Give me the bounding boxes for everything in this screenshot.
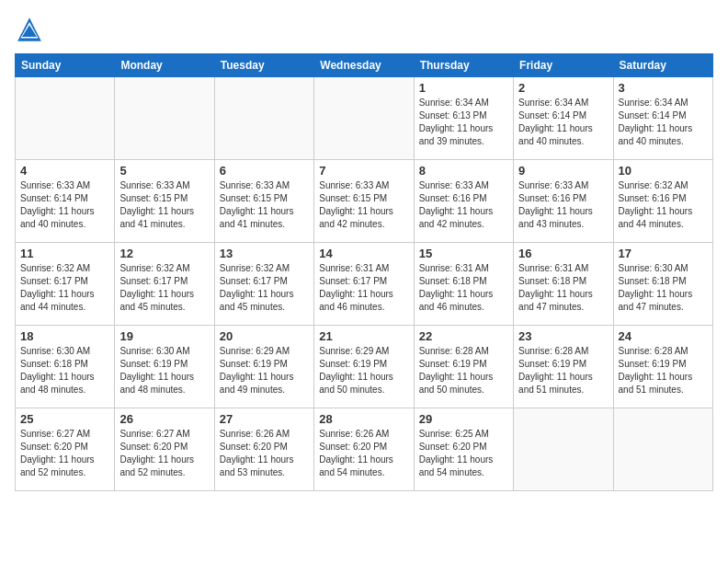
day-info: Sunrise: 6:33 AM Sunset: 6:14 PM Dayligh… (20, 179, 109, 231)
day-info: Sunrise: 6:27 AM Sunset: 6:20 PM Dayligh… (20, 428, 109, 479)
calendar-week-4: 18Sunrise: 6:30 AM Sunset: 6:18 PM Dayli… (16, 326, 713, 408)
day-number: 9 (518, 164, 608, 178)
day-info: Sunrise: 6:27 AM Sunset: 6:20 PM Dayligh… (119, 428, 209, 479)
calendar-cell: 26Sunrise: 6:27 AM Sunset: 6:20 PM Dayli… (115, 408, 214, 491)
day-info: Sunrise: 6:29 AM Sunset: 6:19 PM Dayligh… (319, 345, 408, 396)
day-info: Sunrise: 6:28 AM Sunset: 6:19 PM Dayligh… (619, 345, 708, 396)
calendar-cell (115, 77, 214, 160)
day-info: Sunrise: 6:33 AM Sunset: 6:15 PM Dayligh… (119, 179, 209, 231)
calendar-cell: 3Sunrise: 6:34 AM Sunset: 6:14 PM Daylig… (613, 77, 712, 160)
weekday-header-sunday: Sunday (16, 54, 115, 77)
calendar-week-1: 1Sunrise: 6:34 AM Sunset: 6:13 PM Daylig… (16, 77, 713, 160)
weekday-header-monday: Monday (115, 54, 214, 77)
calendar-week-5: 25Sunrise: 6:27 AM Sunset: 6:20 PM Dayli… (16, 408, 713, 491)
calendar-cell: 24Sunrise: 6:28 AM Sunset: 6:19 PM Dayli… (613, 326, 712, 408)
day-info: Sunrise: 6:34 AM Sunset: 6:13 PM Dayligh… (419, 97, 508, 148)
day-info: Sunrise: 6:34 AM Sunset: 6:14 PM Dayligh… (619, 97, 708, 148)
weekday-header-tuesday: Tuesday (214, 54, 313, 77)
day-info: Sunrise: 6:33 AM Sunset: 6:15 PM Dayligh… (220, 179, 309, 231)
calendar-cell: 1Sunrise: 6:34 AM Sunset: 6:13 PM Daylig… (414, 77, 513, 160)
calendar-cell: 22Sunrise: 6:28 AM Sunset: 6:19 PM Dayli… (414, 326, 513, 408)
day-number: 25 (20, 412, 109, 426)
calendar-cell: 20Sunrise: 6:29 AM Sunset: 6:19 PM Dayli… (214, 326, 313, 408)
calendar-cell: 12Sunrise: 6:32 AM Sunset: 6:17 PM Dayli… (115, 243, 214, 326)
calendar-cell: 25Sunrise: 6:27 AM Sunset: 6:20 PM Dayli… (16, 408, 115, 491)
weekday-header-thursday: Thursday (414, 54, 513, 77)
calendar-cell (16, 77, 115, 160)
day-number: 4 (20, 164, 109, 178)
calendar-week-2: 4Sunrise: 6:33 AM Sunset: 6:14 PM Daylig… (16, 160, 713, 243)
calendar-cell (514, 408, 613, 491)
day-number: 29 (419, 412, 508, 426)
day-number: 6 (220, 164, 309, 178)
day-info: Sunrise: 6:30 AM Sunset: 6:19 PM Dayligh… (119, 345, 209, 396)
calendar-cell: 18Sunrise: 6:30 AM Sunset: 6:18 PM Dayli… (16, 326, 115, 408)
day-number: 22 (419, 329, 508, 343)
day-info: Sunrise: 6:30 AM Sunset: 6:18 PM Dayligh… (20, 345, 109, 396)
calendar-cell: 21Sunrise: 6:29 AM Sunset: 6:19 PM Dayli… (314, 326, 414, 408)
day-number: 19 (119, 329, 209, 343)
day-info: Sunrise: 6:32 AM Sunset: 6:17 PM Dayligh… (220, 262, 309, 314)
day-number: 2 (518, 81, 608, 95)
day-number: 24 (619, 329, 708, 343)
calendar-cell: 23Sunrise: 6:28 AM Sunset: 6:19 PM Dayli… (514, 326, 613, 408)
day-number: 11 (20, 247, 109, 260)
calendar-cell: 9Sunrise: 6:33 AM Sunset: 6:16 PM Daylig… (514, 160, 613, 243)
day-info: Sunrise: 6:33 AM Sunset: 6:16 PM Dayligh… (419, 179, 508, 231)
calendar-cell: 17Sunrise: 6:30 AM Sunset: 6:18 PM Dayli… (613, 243, 712, 326)
calendar-cell: 6Sunrise: 6:33 AM Sunset: 6:15 PM Daylig… (214, 160, 313, 243)
calendar-cell (613, 408, 712, 491)
calendar-header: SundayMondayTuesdayWednesdayThursdayFrid… (16, 54, 713, 77)
calendar-table: SundayMondayTuesdayWednesdayThursdayFrid… (15, 53, 713, 491)
day-number: 28 (319, 412, 408, 426)
calendar-cell: 2Sunrise: 6:34 AM Sunset: 6:14 PM Daylig… (514, 77, 613, 160)
day-info: Sunrise: 6:31 AM Sunset: 6:18 PM Dayligh… (518, 262, 608, 314)
day-info: Sunrise: 6:26 AM Sunset: 6:20 PM Dayligh… (319, 428, 408, 479)
calendar-cell: 5Sunrise: 6:33 AM Sunset: 6:15 PM Daylig… (115, 160, 214, 243)
day-info: Sunrise: 6:32 AM Sunset: 6:17 PM Dayligh… (20, 262, 109, 314)
day-info: Sunrise: 6:25 AM Sunset: 6:20 PM Dayligh… (419, 428, 508, 479)
calendar-cell: 15Sunrise: 6:31 AM Sunset: 6:18 PM Dayli… (414, 243, 513, 326)
day-info: Sunrise: 6:26 AM Sunset: 6:20 PM Dayligh… (220, 428, 309, 479)
calendar-cell: 10Sunrise: 6:32 AM Sunset: 6:16 PM Dayli… (613, 160, 712, 243)
day-info: Sunrise: 6:28 AM Sunset: 6:19 PM Dayligh… (518, 345, 608, 396)
day-number: 8 (419, 164, 508, 178)
day-number: 7 (319, 164, 408, 178)
weekday-header-row: SundayMondayTuesdayWednesdayThursdayFrid… (16, 54, 713, 77)
day-number: 23 (518, 329, 608, 343)
day-info: Sunrise: 6:32 AM Sunset: 6:17 PM Dayligh… (119, 262, 209, 314)
day-info: Sunrise: 6:29 AM Sunset: 6:19 PM Dayligh… (220, 345, 309, 396)
calendar-cell: 29Sunrise: 6:25 AM Sunset: 6:20 PM Dayli… (414, 408, 513, 491)
day-info: Sunrise: 6:30 AM Sunset: 6:18 PM Dayligh… (619, 262, 708, 314)
calendar-cell: 27Sunrise: 6:26 AM Sunset: 6:20 PM Dayli… (214, 408, 313, 491)
day-number: 12 (119, 247, 209, 260)
calendar-cell: 28Sunrise: 6:26 AM Sunset: 6:20 PM Dayli… (314, 408, 414, 491)
day-info: Sunrise: 6:34 AM Sunset: 6:14 PM Dayligh… (518, 97, 608, 148)
day-number: 18 (20, 329, 109, 343)
calendar-cell: 4Sunrise: 6:33 AM Sunset: 6:14 PM Daylig… (16, 160, 115, 243)
weekday-header-saturday: Saturday (613, 54, 712, 77)
weekday-header-wednesday: Wednesday (314, 54, 414, 77)
day-number: 10 (619, 164, 708, 178)
day-info: Sunrise: 6:31 AM Sunset: 6:18 PM Dayligh… (419, 262, 508, 314)
day-number: 1 (419, 81, 508, 95)
day-number: 3 (619, 81, 708, 95)
day-number: 16 (518, 247, 608, 260)
weekday-header-friday: Friday (514, 54, 613, 77)
page-header (15, 15, 713, 44)
calendar-cell: 7Sunrise: 6:33 AM Sunset: 6:15 PM Daylig… (314, 160, 414, 243)
day-number: 14 (319, 247, 408, 260)
day-number: 26 (119, 412, 209, 426)
day-number: 21 (319, 329, 408, 343)
day-info: Sunrise: 6:31 AM Sunset: 6:17 PM Dayligh… (319, 262, 408, 314)
day-info: Sunrise: 6:33 AM Sunset: 6:15 PM Dayligh… (319, 179, 408, 231)
day-number: 20 (220, 329, 309, 343)
calendar-week-3: 11Sunrise: 6:32 AM Sunset: 6:17 PM Dayli… (16, 243, 713, 326)
logo (15, 15, 48, 44)
calendar-cell: 13Sunrise: 6:32 AM Sunset: 6:17 PM Dayli… (214, 243, 313, 326)
day-number: 27 (220, 412, 309, 426)
calendar-cell: 8Sunrise: 6:33 AM Sunset: 6:16 PM Daylig… (414, 160, 513, 243)
day-info: Sunrise: 6:33 AM Sunset: 6:16 PM Dayligh… (518, 179, 608, 231)
day-info: Sunrise: 6:32 AM Sunset: 6:16 PM Dayligh… (619, 179, 708, 231)
calendar-cell: 14Sunrise: 6:31 AM Sunset: 6:17 PM Dayli… (314, 243, 414, 326)
